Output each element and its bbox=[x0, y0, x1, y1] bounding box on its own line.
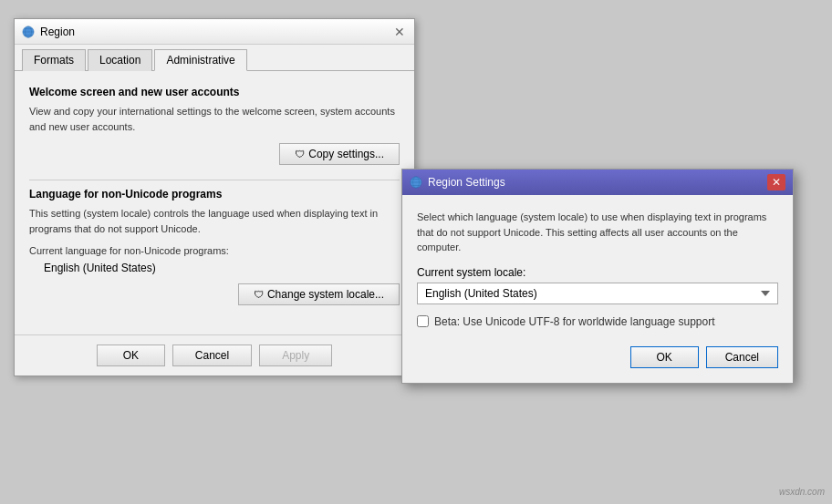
dialog-description: Select which language (system locale) to… bbox=[417, 210, 778, 255]
region-window-content: Welcome screen and new user accounts Vie… bbox=[15, 71, 414, 334]
beta-checkbox-row: Beta: Use Unicode UTF-8 for worldwide la… bbox=[417, 315, 778, 328]
watermark: wsxdn.com bbox=[779, 487, 825, 497]
tab-location[interactable]: Location bbox=[88, 49, 152, 71]
current-lang-value: English (United States) bbox=[44, 262, 400, 274]
region-tabs: Formats Location Administrative bbox=[15, 45, 414, 71]
dialog-title-bar: Region Settings ✕ bbox=[402, 170, 793, 195]
region-ok-button[interactable]: OK bbox=[97, 345, 165, 366]
non-unicode-desc: This setting (system locale) controls th… bbox=[29, 206, 400, 236]
dialog-close-button[interactable]: ✕ bbox=[767, 174, 785, 190]
beta-utf8-label: Beta: Use Unicode UTF-8 for worldwide la… bbox=[434, 315, 715, 328]
region-window-title: Region bbox=[40, 26, 75, 38]
region-cancel-button[interactable]: Cancel bbox=[172, 345, 252, 366]
non-unicode-section: Language for non-Unicode programs This s… bbox=[29, 188, 400, 305]
change-system-locale-button[interactable]: Change system locale... bbox=[238, 283, 400, 305]
title-bar-left: Region bbox=[22, 26, 75, 38]
copy-settings-button[interactable]: Copy settings... bbox=[279, 143, 400, 165]
dialog-ok-button[interactable]: OK bbox=[630, 346, 699, 368]
copy-settings-row: Copy settings... bbox=[29, 143, 400, 165]
region-close-button[interactable]: ✕ bbox=[392, 25, 407, 39]
dialog-buttons: OK Cancel bbox=[417, 343, 778, 368]
change-locale-label: Change system locale... bbox=[267, 288, 384, 301]
locale-dropdown[interactable]: English (United States) English (United … bbox=[417, 283, 778, 304]
dialog-content: Select which language (system locale) to… bbox=[402, 195, 793, 383]
region-settings-dialog: Region Settings ✕ Select which language … bbox=[401, 169, 794, 384]
copy-settings-label: Copy settings... bbox=[308, 148, 384, 160]
tab-administrative[interactable]: Administrative bbox=[154, 49, 246, 71]
dialog-title-left: Region Settings bbox=[410, 176, 505, 189]
region-title-bar: Region ✕ bbox=[15, 19, 414, 45]
current-locale-label: Current system locale: bbox=[417, 266, 778, 279]
dialog-cancel-button[interactable]: Cancel bbox=[706, 346, 778, 368]
welcome-screen-section: Welcome screen and new user accounts Vie… bbox=[29, 86, 400, 165]
tab-formats[interactable]: Formats bbox=[22, 49, 86, 71]
region-bottom-buttons: OK Cancel Apply bbox=[15, 334, 414, 375]
region-apply-button[interactable]: Apply bbox=[259, 345, 332, 366]
region-window: Region ✕ Formats Location Administrative… bbox=[14, 18, 415, 376]
region-icon bbox=[22, 26, 35, 38]
section-divider bbox=[29, 180, 400, 180]
welcome-screen-desc: View and copy your international setting… bbox=[29, 104, 400, 134]
current-lang-label: Current language for non-Unicode program… bbox=[29, 245, 400, 256]
dialog-title-text: Region Settings bbox=[428, 176, 505, 189]
change-locale-row: Change system locale... bbox=[29, 283, 400, 305]
dialog-region-icon bbox=[410, 176, 422, 189]
non-unicode-title: Language for non-Unicode programs bbox=[29, 188, 400, 201]
beta-utf8-checkbox[interactable] bbox=[417, 315, 429, 327]
welcome-screen-title: Welcome screen and new user accounts bbox=[29, 86, 400, 98]
